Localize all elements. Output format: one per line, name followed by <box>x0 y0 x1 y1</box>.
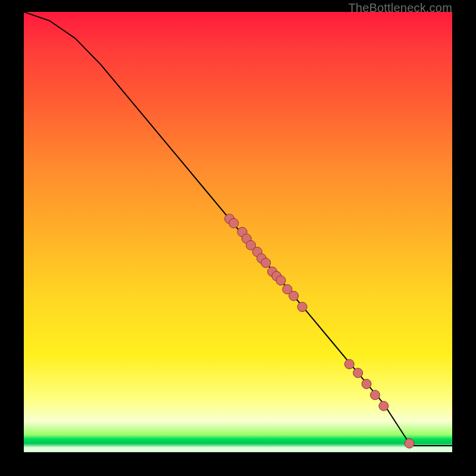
chart-plot-area <box>24 12 452 452</box>
chart-point <box>379 401 389 411</box>
chart-point <box>370 390 380 400</box>
chart-points-group <box>225 214 414 448</box>
chart-point <box>345 359 354 369</box>
chart-point <box>261 258 271 268</box>
chart-point <box>276 275 286 285</box>
chart-overlay-svg <box>24 12 452 452</box>
chart-frame: TheBottleneck.com <box>0 0 476 476</box>
chart-point <box>298 302 307 312</box>
chart-point <box>229 218 239 228</box>
chart-curve <box>24 12 452 446</box>
chart-point <box>353 368 363 378</box>
chart-point <box>405 439 414 448</box>
chart-point <box>289 291 299 300</box>
chart-point <box>362 379 371 389</box>
